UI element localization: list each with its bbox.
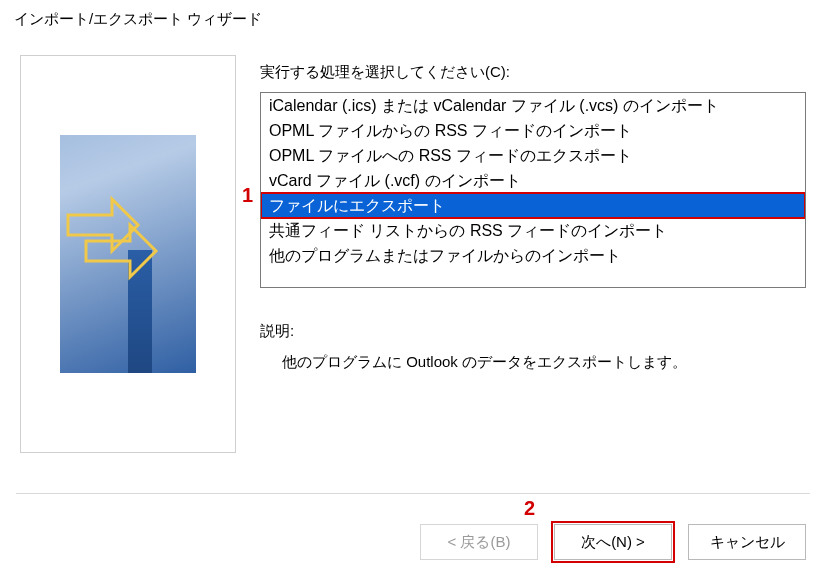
wizard-illustration bbox=[60, 135, 196, 373]
description-label: 説明: bbox=[260, 322, 806, 341]
button-row: < 戻る(B) 次へ(N) > キャンセル bbox=[420, 524, 806, 560]
window-title: インポート/エクスポート ウィザード bbox=[0, 0, 826, 35]
instruction-label: 実行する処理を選択してください(C): bbox=[260, 63, 806, 82]
list-item[interactable]: OPML ファイルへの RSS フィードのエクスポート bbox=[261, 143, 805, 168]
list-item[interactable]: 他のプログラムまたはファイルからのインポート bbox=[261, 243, 805, 268]
back-button: < 戻る(B) bbox=[420, 524, 538, 560]
main-panel: 実行する処理を選択してください(C): iCalendar (.ics) または… bbox=[260, 55, 806, 453]
list-item[interactable]: iCalendar (.ics) または vCalendar ファイル (.vc… bbox=[261, 93, 805, 118]
content-area: 実行する処理を選択してください(C): iCalendar (.ics) または… bbox=[0, 35, 826, 453]
cancel-button[interactable]: キャンセル bbox=[688, 524, 806, 560]
action-listbox[interactable]: iCalendar (.ics) または vCalendar ファイル (.vc… bbox=[260, 92, 806, 288]
list-item[interactable]: 共通フィード リストからの RSS フィードのインポート bbox=[261, 218, 805, 243]
list-item[interactable]: OPML ファイルからの RSS フィードのインポート bbox=[261, 118, 805, 143]
annotation-1: 1 bbox=[242, 184, 253, 207]
annotation-2: 2 bbox=[524, 497, 535, 520]
next-button[interactable]: 次へ(N) > bbox=[554, 524, 672, 560]
arrow-icon bbox=[60, 195, 196, 355]
list-item[interactable]: ファイルにエクスポート bbox=[261, 193, 805, 218]
wizard-graphic-panel bbox=[20, 55, 236, 453]
separator bbox=[16, 493, 810, 494]
description-text: 他のプログラムに Outlook のデータをエクスポートします。 bbox=[260, 353, 806, 372]
wizard-window: インポート/エクスポート ウィザード 実行する処理を選択してください(C): i… bbox=[0, 0, 826, 578]
list-item[interactable]: vCard ファイル (.vcf) のインポート bbox=[261, 168, 805, 193]
